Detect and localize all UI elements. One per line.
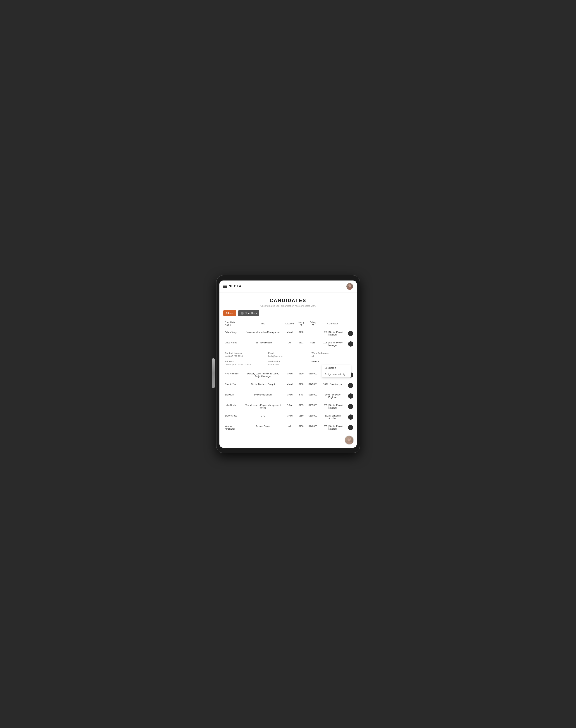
cell-salary: $180000 — [307, 412, 319, 422]
table-row: Luke North Team Leader - Project Managem… — [221, 401, 355, 412]
brand-name: NECTA — [229, 284, 242, 288]
cell-name: Sally KIM — [221, 391, 242, 401]
cell-action[interactable]: ↓ — [347, 401, 355, 412]
dropdown-item-0[interactable]: See Details — [322, 365, 351, 371]
contact-detail: Contact Number +44 887 222 9999 — [225, 352, 265, 358]
cell-name: Linda Harris — [221, 339, 242, 349]
cell-connection: 1024 | Solutions Architect — [319, 412, 347, 422]
cell-action[interactable]: ↓ — [347, 422, 355, 433]
action-button[interactable]: ↓ — [348, 414, 353, 420]
action-button[interactable]: ↑ — [348, 341, 353, 347]
cell-hourly: $110 — [295, 370, 307, 380]
salary-filter-icon — [312, 324, 314, 326]
user-avatar[interactable] — [346, 283, 353, 290]
cell-title: Senior Business Analyst — [242, 380, 284, 391]
cell-location: Mixed — [284, 412, 295, 422]
availability-value: 03/09/2025 — [268, 363, 308, 366]
cell-salary: $115 — [307, 339, 319, 349]
address-label: Address — [225, 360, 265, 363]
action-button[interactable]: ↑ — [348, 331, 353, 336]
svg-point-1 — [348, 287, 352, 290]
cell-title: Team Leader - Project Management Office — [242, 401, 284, 412]
cell-title: CTO — [242, 412, 284, 422]
dropdown-menu: See DetailsAssign to opportunity — [322, 365, 351, 378]
action-button[interactable]: ↓ — [348, 425, 353, 430]
contact-value: +44 887 222 9999 — [225, 355, 265, 358]
cell-title: Product Owner — [242, 422, 284, 433]
cell-name: Steve Grace — [221, 412, 242, 422]
expanded-details-row: Contact Number +44 887 222 9999 Email li… — [221, 349, 355, 370]
cell-action[interactable]: ↓ — [347, 391, 355, 401]
cell-location: Mixed — [284, 391, 295, 401]
cell-action[interactable]: ↑ — [347, 339, 355, 349]
cell-name: Veronia Kingitangi — [221, 422, 242, 433]
work-pref-detail: Work Preference all — [312, 352, 351, 358]
candidates-table: CandidateName Title Location Hourly Sala… — [221, 319, 355, 433]
cell-connection: 1003 | Software Engineer — [319, 391, 347, 401]
table-row: Veronia Kingitangi Product Owner All $10… — [221, 422, 355, 433]
th-location: Location — [284, 319, 295, 328]
cell-hourly: $30 — [295, 391, 307, 401]
availability-label: Availability — [268, 360, 308, 363]
svg-point-3 — [347, 441, 352, 444]
email-detail: Email linda@necta.nz — [268, 352, 308, 358]
cell-location: All — [284, 422, 295, 433]
cell-location: Mixed — [284, 380, 295, 391]
dropdown-item-1[interactable]: Assign to opportunity — [322, 371, 351, 377]
cell-location: Mixed — [284, 328, 295, 339]
cell-salary: $145000 — [307, 380, 319, 391]
hourly-filter-icon — [300, 324, 302, 326]
cell-action[interactable]: ↓ — [347, 380, 355, 391]
email-label: Email — [268, 352, 308, 354]
table-row: Linda Harris TEST ENGINEER All $111 $115… — [221, 339, 355, 349]
cell-salary: $135000 — [307, 401, 319, 412]
email-value: linda@necta.nz — [268, 355, 308, 358]
clear-filters-icon: − — [241, 312, 243, 315]
th-hourly[interactable]: Hourly — [295, 319, 307, 328]
cell-name: Adam Tanga — [221, 328, 242, 339]
filters-button[interactable]: Filters — [223, 310, 236, 316]
page-subtitle: All candidates your organisation has con… — [223, 304, 353, 307]
hamburger-menu[interactable] — [223, 285, 227, 288]
cell-action[interactable]: ↓ — [347, 412, 355, 422]
table-row: Adam Tanga Business Information Manageme… — [221, 328, 355, 339]
th-action — [347, 319, 355, 328]
cell-location: All — [284, 339, 295, 349]
table-row: Sally KIM Software Engineer Mixed $30 $2… — [221, 391, 355, 401]
address-value: , Wellington - New Zealand — [225, 363, 265, 366]
action-button[interactable]: ↓ — [348, 383, 353, 388]
cell-salary: $250000 — [307, 391, 319, 401]
toolbar: Filters − Clear filters — [220, 310, 357, 319]
table-row: Charlie Toke Senior Business Analyst Mix… — [221, 380, 355, 391]
tablet-screen: NECTA CANDIDATES All candidates your org… — [220, 281, 357, 448]
cell-hourly: $130 — [295, 380, 307, 391]
bottom-avatar[interactable] — [345, 436, 354, 445]
action-button[interactable]: ↓ — [348, 394, 353, 399]
table-container: CandidateName Title Location Hourly Sala… — [220, 319, 357, 448]
cell-connection: 1005 | Senior Project Manager — [319, 328, 347, 339]
cell-action[interactable]: ↑ — [347, 328, 355, 339]
th-salary[interactable]: Salary — [307, 319, 319, 328]
cell-hourly: $100 — [295, 422, 307, 433]
contact-label: Contact Number — [225, 352, 265, 354]
stylus — [212, 358, 214, 388]
cell-title: Delivery Lead, Agile Practitioner, Proje… — [242, 370, 284, 380]
cell-connection: 1005 | Senior Project Manager — [319, 339, 347, 349]
more-button[interactable]: More ▲ — [312, 360, 319, 363]
cell-location: Office — [284, 401, 295, 412]
th-connection: Connection — [319, 319, 347, 328]
clear-filters-button[interactable]: − Clear filters — [238, 310, 259, 316]
cell-title: Software Engineer — [242, 391, 284, 401]
page-header: CANDIDATES All candidates your organisat… — [220, 292, 357, 310]
more-dropdown-container[interactable]: More ▲ See DetailsAssign to opportunity — [312, 360, 351, 366]
cell-location: Mixed — [284, 370, 295, 380]
action-button[interactable]: ↓ — [348, 404, 353, 409]
cell-title: Business Information Management — [242, 328, 284, 339]
cell-hourly: $150 — [295, 328, 307, 339]
address-detail: Address , Wellington - New Zealand — [225, 360, 265, 366]
availability-detail: Availability 03/09/2025 — [268, 360, 308, 366]
cell-connection: 1032 | Data Analyst — [319, 380, 347, 391]
cell-salary — [307, 328, 319, 339]
table-row: Steve Grace CTO Mixed $150 $180000 1024 … — [221, 412, 355, 422]
nav-bar: NECTA — [220, 281, 357, 292]
